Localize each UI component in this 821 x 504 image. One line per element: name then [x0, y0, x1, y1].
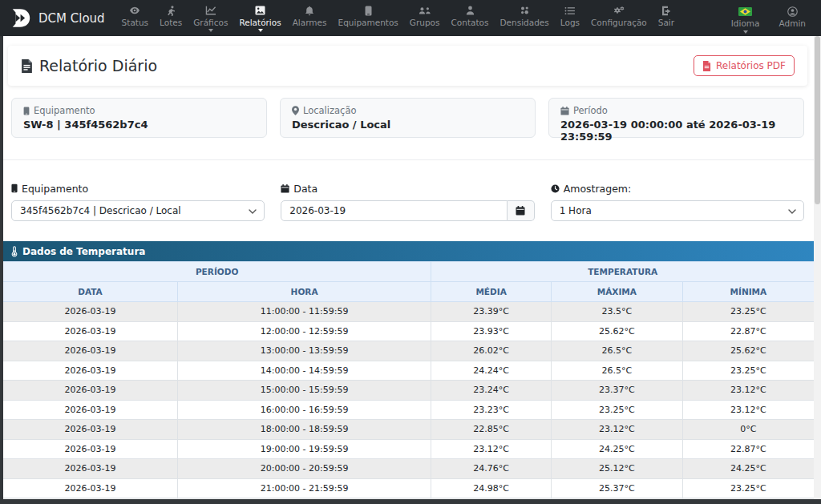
nav-item-status[interactable]: Status: [116, 0, 154, 29]
section-divider: [3, 159, 814, 160]
table-cell: 23.12°C: [551, 420, 682, 440]
sign-out-icon: [661, 5, 671, 16]
brand-name: DCM Cloud: [38, 11, 105, 26]
table-cell: 24.24°C: [431, 361, 552, 381]
table-cell: 23.93°C: [431, 321, 552, 341]
table-row: 2026-03-1921:00:00 - 21:59:5924.98°C25.3…: [3, 478, 814, 498]
table-row: 2026-03-1911:00:00 - 11:59:5923.39°C23.5…: [3, 302, 814, 322]
chevron-down-icon: [788, 209, 796, 214]
table-cell: 24.25°C: [682, 459, 814, 479]
calendar-button[interactable]: [508, 200, 535, 221]
table-cell: 23.5°C: [551, 302, 682, 322]
table-cell: 24.25°C: [551, 439, 682, 459]
navbar-right: Idioma Admin: [726, 1, 811, 34]
group-header-row: PERÍODO TEMPERATURA: [3, 262, 814, 282]
nav-item-relatorios[interactable]: Relatórios: [233, 0, 286, 34]
table-cell: 23.25°C: [551, 400, 682, 420]
nav-item-grupos[interactable]: Grupos: [404, 0, 446, 29]
table-row: 2026-03-1920:00:00 - 20:59:5924.76°C25.1…: [3, 459, 814, 479]
nav-item-densidades[interactable]: Densidades: [495, 0, 555, 29]
table-cell: 23.12°C: [682, 381, 814, 401]
table-cell: 23.12°C: [431, 439, 552, 459]
table-cell: 25.62°C: [551, 321, 682, 341]
table-cell: 23.25°C: [682, 302, 814, 322]
column-header-row: DATA HORA MÉDIA MÁXIMA MÍNIMA: [3, 282, 814, 302]
chevron-down-icon: [743, 30, 748, 34]
pdf-report-button[interactable]: Relatórios PDF: [694, 55, 795, 76]
table-cell: 21:00:00 - 21:59:59: [177, 478, 431, 498]
list-icon: [564, 5, 575, 16]
scrollbar[interactable]: [814, 36, 821, 499]
nav-item-lotes[interactable]: Lotes: [154, 0, 188, 29]
table-cell: 24.98°C: [431, 478, 552, 498]
density-cluster-icon: [520, 5, 530, 16]
mobile-device-icon: [23, 107, 30, 115]
table-cell: 2026-03-19: [3, 341, 177, 361]
group-header-temperatura: TEMPERATURA: [431, 262, 814, 282]
table-cell: 13:00:00 - 13:59:59: [177, 341, 431, 361]
nav-item-alarmes[interactable]: Alarmes: [287, 0, 333, 29]
table-cell: 2026-03-19: [3, 361, 177, 381]
eye-icon: [129, 5, 140, 16]
table-cell: 2026-03-19: [3, 400, 177, 420]
nav-item-logs[interactable]: Logs: [555, 0, 585, 29]
nav-item-equipamentos[interactable]: Equipamentos: [333, 0, 404, 29]
table-cell: 23.39°C: [431, 302, 552, 322]
nav-item-sair[interactable]: Sair: [653, 0, 680, 29]
table-row: 2026-03-1916:00:00 - 16:59:5923.23°C23.2…: [3, 400, 814, 420]
table-cell: 2026-03-19: [3, 302, 177, 322]
page-content: Relatório Diário Relatórios PDF Equipame…: [3, 36, 821, 499]
nav-item-contatos[interactable]: Contatos: [446, 0, 495, 29]
user-menu[interactable]: Admin: [774, 1, 811, 30]
table-cell: 23.25°C: [682, 361, 814, 381]
table-cell: 25.62°C: [682, 341, 814, 361]
page-header: Relatório Diário Relatórios PDF: [8, 46, 807, 86]
temperature-table: PERÍODO TEMPERATURA DATA HORA MÉDIA MÁXI…: [3, 261, 814, 499]
table-cell: 23.25°C: [682, 478, 814, 498]
user-circle-icon: [787, 6, 798, 17]
temperature-panel: Dados de Temperatura PERÍODO TEMPERATURA…: [3, 241, 814, 499]
chevron-down-icon: [249, 209, 257, 214]
table-cell: 2026-03-19: [3, 478, 177, 498]
table-cell: 15:00:00 - 15:59:59: [177, 381, 431, 401]
col-header-media: MÉDIA: [431, 282, 552, 302]
table-cell: 18:00:00 - 18:59:59: [177, 420, 431, 440]
equipamento-select[interactable]: 345f4562b7c4 | Descricao / Local: [11, 200, 265, 221]
nav-item-configuracao[interactable]: Configuração: [585, 0, 653, 29]
scrollbar-thumb[interactable]: [815, 36, 820, 204]
card-equipamento: Equipamento SW-8 | 345f4562b7c4: [11, 98, 267, 138]
card-periodo: Período 2026-03-19 00:00:00 até 2026-03-…: [548, 98, 804, 138]
language-menu[interactable]: Idioma: [726, 1, 766, 34]
table-cell: 12:00:00 - 12:59:59: [177, 321, 431, 341]
table-cell: 16:00:00 - 16:59:59: [177, 400, 431, 420]
page-title: Relatório Diário: [21, 57, 157, 75]
table-cell: 26.02°C: [431, 341, 552, 361]
clock-icon: [551, 184, 560, 193]
table-cell: 26.5°C: [551, 361, 682, 381]
summary-cards: Equipamento SW-8 | 345f4562b7c4 Localiza…: [11, 98, 804, 138]
calendar-icon: [560, 107, 569, 115]
equipamento-value: SW-8 | 345f4562b7c4: [23, 119, 255, 131]
chevron-down-icon: [258, 29, 263, 32]
nav-item-graficos[interactable]: Gráficos: [188, 0, 233, 34]
brand-logo[interactable]: DCM Cloud: [10, 8, 105, 28]
col-header-maxima: MÁXIMA: [551, 282, 682, 302]
table-cell: 23.37°C: [551, 381, 682, 401]
thermometer-icon: [11, 246, 18, 257]
table-cell: 2026-03-19: [3, 459, 177, 479]
table-cell: 22.87°C: [682, 439, 814, 459]
filter-data: Data: [281, 182, 534, 221]
bell-icon: [305, 5, 314, 16]
date-input[interactable]: [281, 200, 507, 221]
table-cell: 2026-03-19: [3, 439, 177, 459]
filter-bar: Equipamento 345f4562b7c4 | Descricao / L…: [11, 182, 804, 221]
table-row: 2026-03-1915:00:00 - 15:59:5923.24°C23.3…: [3, 381, 814, 401]
mobile-device-icon: [11, 183, 18, 193]
table-cell: 23.24°C: [431, 381, 552, 401]
table-row: 2026-03-1914:00:00 - 14:59:5924.24°C26.5…: [3, 361, 814, 381]
amostragem-select[interactable]: 1 Hora: [551, 200, 804, 221]
pdf-file-icon: [702, 61, 711, 71]
table-cell: 19:00:00 - 19:59:59: [177, 439, 431, 459]
map-marker-icon: [292, 106, 299, 115]
table-cell: 25.37°C: [551, 478, 682, 498]
